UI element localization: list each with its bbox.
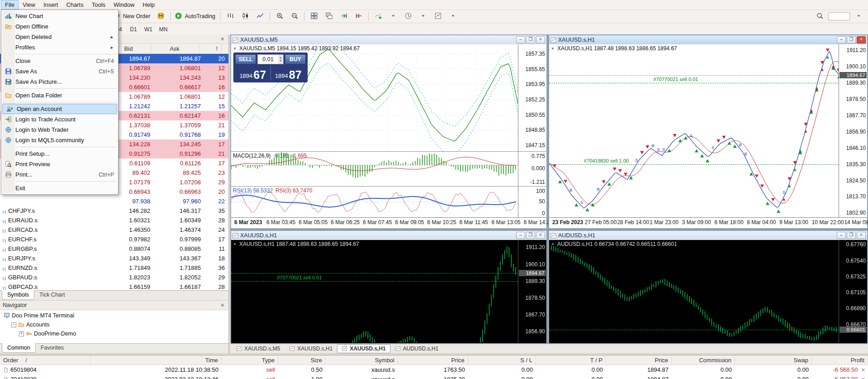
market-watch-row-chfjpy.s[interactable]: CHFJPY.s146.282146.31735 xyxy=(0,206,228,216)
menu-help[interactable]: Help xyxy=(138,0,159,10)
tab-common[interactable]: Common xyxy=(2,343,36,353)
search-input[interactable] xyxy=(828,12,850,20)
menu-charts[interactable]: Charts xyxy=(62,0,87,10)
market-watch-row-gbpaud.s[interactable]: GBPAUD.s1.820231.8205229 xyxy=(0,273,228,282)
navigator-close-icon[interactable]: × xyxy=(219,302,226,308)
chart-window-xauusd-h1[interactable]: XAUUSD.s,H1 – ❒ × BSBSBSSSSBBS#70770021 … xyxy=(548,34,868,229)
chart-restore-button[interactable]: ❒ xyxy=(526,232,535,239)
file-menu-item-close[interactable]: CloseCtrl+F4 xyxy=(1,56,118,66)
terminal-column-s-l[interactable]: S / L xyxy=(468,355,536,365)
tab-favorites[interactable]: Favorites xyxy=(36,344,69,352)
file-menu-item-save-as[interactable]: Save AsCtrl+S xyxy=(1,66,118,77)
chart-minimize-button[interactable]: – xyxy=(516,232,525,239)
file-menu-item-print-setup-[interactable]: Print Setup... xyxy=(1,149,118,159)
search-dropdown[interactable] xyxy=(851,11,866,22)
chart-plot-area[interactable]: #70770021 sell 0.01▼XAUUSD.s,H1 1887.48 … xyxy=(231,240,518,343)
close-position-icon[interactable]: × xyxy=(861,376,865,379)
file-menu-item-login-to-mql5-community[interactable]: Login to MQL5.community xyxy=(1,135,118,145)
file-menu-item-profiles[interactable]: Profiles► xyxy=(1,42,118,53)
terminal-column-commission[interactable]: Commission xyxy=(672,355,735,365)
candlestick-chart-button[interactable] xyxy=(238,11,252,22)
file-menu-item-open-deleted[interactable]: Open Deleted► xyxy=(1,32,118,42)
market-watch-row-eurcad.s[interactable]: EURCAD.s1.463501.4637424 xyxy=(0,225,228,235)
tab-tick-chart[interactable]: Tick Chart xyxy=(34,291,70,299)
chart-titlebar[interactable]: XAUUSD.s,M5 – ❒ × xyxy=(231,35,546,45)
one-click-arrow-icon[interactable]: ▼ xyxy=(233,242,237,246)
menu-tools[interactable]: Tools xyxy=(88,0,109,10)
file-menu-item-print-preview[interactable]: Print Preview xyxy=(1,159,118,169)
market-watch-row-euraud.s[interactable]: EURAUD.s1.603211.6034928 xyxy=(0,216,228,225)
chart-plot-area[interactable]: BSBSBSSSSBBS#70770021 sell 0.01#70419830… xyxy=(549,44,839,217)
chart-close-button[interactable]: × xyxy=(857,36,866,43)
line-chart-button[interactable] xyxy=(253,11,267,22)
terminal-column-time[interactable]: Time xyxy=(90,355,222,365)
file-menu-item-exit[interactable]: Exit xyxy=(1,183,118,193)
terminal-column-symbol[interactable]: Symbol xyxy=(326,355,398,365)
chart-tab-audusd-s-h1[interactable]: AUDUSD.s,H1 xyxy=(390,344,443,353)
chart-restore-button[interactable]: ❒ xyxy=(847,232,856,239)
timeframe-d1-button[interactable]: D1 xyxy=(126,24,141,34)
tile-windows-button[interactable] xyxy=(307,11,321,22)
market-watch-row-eurgbp.s[interactable]: EURGBP.s0.880740.8808511 xyxy=(0,244,228,254)
zoom-out-button[interactable] xyxy=(287,11,302,22)
chart-close-button[interactable]: × xyxy=(857,232,866,239)
buy-button[interactable]: BUY xyxy=(285,54,306,64)
chart-plot-area[interactable]: ▼XAUUSD.s,M5 1894.15 1895.42 1893.92 189… xyxy=(231,44,518,151)
tree-item-doo-prime-mt4-terminal[interactable]: Doo Prime MT4 Terminal xyxy=(0,311,228,320)
chart-minimize-button[interactable]: – xyxy=(837,232,846,239)
autotrading-button[interactable]: AutoTrading xyxy=(173,11,218,22)
market-watch-row[interactable]: 97.93897.96022 xyxy=(0,197,228,206)
templates-dropdown[interactable] xyxy=(431,11,445,22)
one-click-arrow-icon[interactable]: ▼ xyxy=(551,242,555,246)
chart-tab-xauusd-s-h1[interactable]: XAUUSD.s,H1 xyxy=(337,344,390,353)
cascade-windows-button[interactable] xyxy=(322,11,336,22)
terminal-column-price[interactable]: Price xyxy=(398,355,468,365)
market-watch-column-ask[interactable]: Ask xyxy=(151,44,200,53)
chart-titlebar[interactable]: AUDUSD.s,H1 – ❒ × xyxy=(549,231,867,240)
chart-plot-area[interactable]: ▼AUDUSD.s,H1 0.66734 0.66742 0.66511 0.6… xyxy=(549,240,839,343)
order-line[interactable] xyxy=(549,164,839,165)
file-menu-item-print-[interactable]: Print...Ctrl+P xyxy=(1,169,118,180)
macd-pane[interactable]: MACD(12,26,9)-0.191-1.695 xyxy=(231,152,518,186)
terminal-column-size[interactable]: Size xyxy=(278,355,326,365)
close-position-icon[interactable]: × xyxy=(861,366,865,373)
chart-restore-button[interactable]: ❒ xyxy=(526,36,535,43)
timeframe-w1-button[interactable]: W1 xyxy=(141,24,156,34)
chart-close-button[interactable]: × xyxy=(536,36,545,43)
periods-dropdown[interactable] xyxy=(401,11,415,22)
market-watch-row-eurchf.s[interactable]: EURCHF.s0.979820.9799917 xyxy=(0,235,228,244)
order-line[interactable] xyxy=(231,281,518,282)
menu-insert[interactable]: Insert xyxy=(39,0,62,10)
periods-caret[interactable] xyxy=(416,11,430,22)
market-watch-row-eurnzd.s[interactable]: EURNZD.s1.718491.7188536 xyxy=(0,263,228,273)
terminal-order-row[interactable]: 650198042022.11.18 10:38:50sell0.50xauus… xyxy=(0,365,868,374)
rsi-pane[interactable]: RSI(13) 58.5332RSI(3) 63.7470 xyxy=(231,187,518,217)
one-click-arrow-icon[interactable]: ▼ xyxy=(551,47,555,51)
indicators-button[interactable] xyxy=(371,11,385,22)
tree-expander-icon[interactable]: + xyxy=(19,331,24,336)
tree-item-dooprime-demo[interactable]: +DooPrime-Demo xyxy=(0,329,228,338)
menu-view[interactable]: View xyxy=(19,0,39,10)
terminal-column-t-p[interactable]: T / P xyxy=(536,355,606,365)
chart-titlebar[interactable]: XAUUSD.s,H1 – ❒ × xyxy=(231,231,546,240)
chart-tab-xauusd-s-m5[interactable]: XAUUSD.s,M5 xyxy=(232,344,285,353)
file-menu-item-login-to-web-trader[interactable]: Login to Web Trader xyxy=(1,125,118,135)
market-watch-row-eurjpy.s[interactable]: EURJPY.s143.349143.36718 xyxy=(0,254,228,263)
auto-scroll-button[interactable] xyxy=(337,11,351,22)
menu-file[interactable]: File xyxy=(1,0,19,10)
file-menu-item-new-chart[interactable]: New Chart xyxy=(1,11,118,21)
chart-tab-xauusd-s-h1[interactable]: XAUUSD.s,H1 xyxy=(285,344,337,353)
search-button[interactable] xyxy=(812,11,827,22)
tab-symbols[interactable]: Symbols xyxy=(2,290,34,300)
chart-close-button[interactable]: × xyxy=(536,232,545,239)
file-menu-item-login-to-trade-account[interactable]: Login to Trade Account xyxy=(1,114,118,125)
timeframe-mn-button[interactable]: MN xyxy=(156,24,171,34)
terminal-column-profit[interactable]: Profit xyxy=(812,355,868,365)
volume-spinner-up-icon[interactable]: ▲ xyxy=(278,56,283,59)
market-watch-close-icon[interactable]: × xyxy=(219,36,226,42)
templates-caret[interactable] xyxy=(446,11,460,22)
terminal-column-price[interactable]: Price xyxy=(606,355,672,365)
volume-spinner-down-icon[interactable]: ▼ xyxy=(278,59,283,62)
chart-minimize-button[interactable]: – xyxy=(837,36,846,43)
order-line[interactable] xyxy=(549,83,839,83)
